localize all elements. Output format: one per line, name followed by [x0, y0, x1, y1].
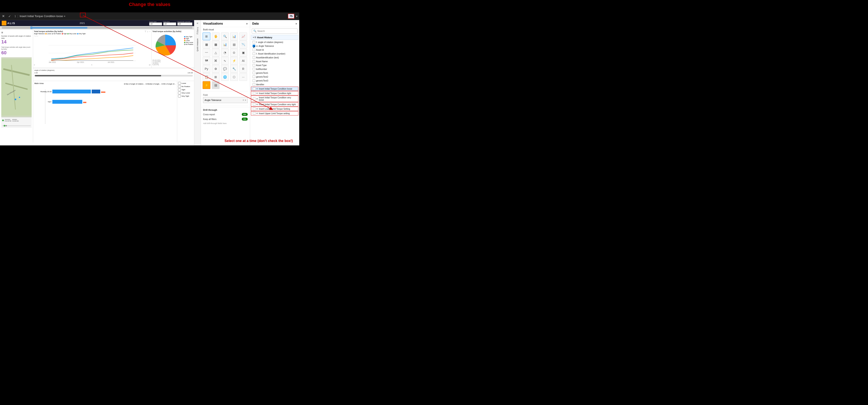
checkbox-7[interactable] [253, 68, 255, 70]
data-item-11[interactable]: Identifier [250, 83, 299, 86]
viz-icon-accent2[interactable]: ▤ [212, 81, 219, 89]
checkbox-15[interactable] [253, 103, 255, 106]
checkbox-1[interactable]: ✓ [253, 45, 255, 47]
viz-icon-table[interactable]: ⊞ [203, 32, 210, 40]
checkbox-4[interactable] [253, 56, 255, 59]
checkbox-3[interactable] [253, 52, 255, 55]
asset-type-filter-dropdown[interactable]: All [149, 23, 162, 25]
data-item-3[interactable]: Σ Asset Identification (number) [250, 52, 299, 56]
checkbox-0[interactable] [253, 41, 255, 44]
keep-filters-toggle[interactable]: On [242, 118, 248, 121]
viz-icon-scatter[interactable]: △ [212, 49, 219, 56]
viz-icon-card[interactable]: 🔍 [221, 32, 229, 40]
viz-icon-donut[interactable]: ⊙ [230, 49, 238, 56]
data-item-15[interactable]: ⊞ Insert Initial Torque Condition very t… [251, 102, 299, 107]
data-item-7[interactable]: boltNumber [250, 67, 299, 71]
data-item-2[interactable]: Asset Id [250, 48, 299, 52]
viz-icon-stack[interactable]: 📉 [239, 40, 247, 48]
data-panel-expand[interactable]: » [296, 22, 297, 25]
filter-icon[interactable]: ⊤ [145, 30, 147, 33]
field-dropdown-clear[interactable]: ✕ ▾ [242, 99, 246, 102]
more-icon[interactable]: ··· [149, 30, 151, 33]
viz-icon-area[interactable]: ▤ [230, 40, 238, 48]
checkbox-2[interactable] [253, 49, 255, 51]
hamburger-icon[interactable]: ≡ [1, 31, 32, 34]
filters-collapse-button[interactable]: « [197, 21, 198, 25]
data-item-14[interactable]: ⊞ Insert Initial Torque Condition very l… [251, 95, 299, 102]
formula-bar-expand-button[interactable]: ▾ [294, 15, 299, 18]
cb-verytight-input[interactable] [178, 95, 181, 97]
sort-icon[interactable]: ↕ [147, 30, 148, 33]
viz-expand-button[interactable]: » [246, 22, 248, 25]
data-item-0[interactable]: Σ angle of rotation (degrees) [250, 40, 299, 44]
pie-value-veryloose: 4 (6.67%) [152, 64, 193, 65]
formula-bar-value[interactable]: 75 [288, 14, 294, 19]
asset-history-header[interactable]: ▾ ⊞ Asset History [251, 35, 299, 40]
checkbox-10[interactable] [253, 79, 255, 82]
viz-icon-waterfall[interactable]: ∿ [221, 57, 229, 65]
checkbox-11[interactable] [253, 83, 255, 86]
cb-loose-input[interactable] [178, 82, 181, 85]
checkbox-16[interactable] [253, 108, 255, 110]
data-item-16[interactable]: ⊞ Insert Lower Limit Torque Setting [251, 107, 299, 111]
viz-icon-bar[interactable]: ▦ [203, 40, 210, 48]
viz-icon-custom4[interactable]: ⬡ [230, 73, 238, 81]
formula-bar-close-button[interactable]: ✕ [0, 14, 6, 18]
sub-area-filter-dropdown[interactable]: All [163, 23, 176, 25]
viz-icon-python[interactable]: Py [203, 65, 210, 73]
data-item-6[interactable]: Asset Type [250, 63, 299, 67]
cb-veryloose-input[interactable] [178, 91, 181, 94]
data-item-8[interactable]: genericText1 [250, 71, 299, 75]
data-item-10[interactable]: genericText3 [250, 79, 299, 83]
cross-report-toggle[interactable]: On [242, 113, 248, 116]
checkbox-17[interactable] [253, 112, 255, 115]
data-item-5[interactable]: Asset Name [250, 59, 299, 63]
slider-handle-left[interactable] [30, 27, 32, 29]
viz-icon-custom2[interactable]: 🔧 [230, 65, 238, 73]
viz-icon-pie[interactable]: ◔ [221, 49, 229, 56]
viz-icon-r[interactable]: ⚙ [212, 65, 219, 73]
viz-icon-globe[interactable]: 🌐 [221, 73, 229, 81]
viz-icon-gauge[interactable]: 📈 [239, 32, 247, 40]
cb-nofixation-input[interactable] [178, 85, 181, 88]
timeline-scrubber[interactable] [4, 125, 5, 126]
field-dropdown[interactable]: Angle Tolerance ✕ ▾ [203, 97, 248, 103]
data-item-4[interactable]: AssetIdentification (text) [250, 56, 299, 59]
checkbox-14[interactable] [253, 97, 255, 100]
viz-icon-ribbon[interactable]: 〰 [203, 49, 210, 56]
checkbox-8[interactable] [253, 71, 255, 74]
viz-icon-matrix[interactable]: 🖐 [212, 32, 219, 40]
checkbox-6[interactable] [253, 64, 255, 66]
work-order-filter-dropdown[interactable]: All [177, 23, 192, 25]
viz-icon-map[interactable]: 🗺 [203, 57, 210, 65]
checkbox-5[interactable] [253, 60, 255, 63]
data-item-12[interactable]: ⊞ Insert Initial Torque Condition loose [251, 87, 299, 91]
angle-chevron[interactable]: ▾ [192, 69, 193, 71]
formula-bar-check-button[interactable]: ✓ [6, 15, 13, 18]
viz-icon-ai[interactable]: Ai [239, 57, 247, 65]
viz-icon-col[interactable]: ▩ [212, 40, 219, 48]
viz-icon-shape[interactable]: ⊞ [212, 73, 219, 81]
data-item-9[interactable]: genericText2 [250, 75, 299, 79]
cb-tight-input[interactable] [178, 88, 181, 91]
data-item-1[interactable]: ✓ ⊞ Angle Tolerance [250, 44, 299, 48]
viz-icon-custom1[interactable]: 💬 [221, 65, 229, 73]
viz-icon-line[interactable]: 📊 [221, 40, 229, 48]
viz-icon-treemap[interactable]: ▣ [239, 49, 247, 56]
search-input[interactable] [257, 30, 296, 32]
viz-icon-slicer[interactable]: 📋 [203, 73, 210, 81]
angle-slider[interactable] [34, 75, 193, 77]
viz-icon-custom3[interactable]: R [239, 65, 247, 73]
checkbox-12[interactable] [253, 87, 255, 90]
checkbox-9[interactable] [253, 76, 255, 78]
torque-label: Total torque activities with angle data … [1, 47, 32, 50]
checkbox-13[interactable] [253, 92, 255, 94]
viz-icon-decomp[interactable]: ⚡ [230, 57, 238, 65]
viz-icon-accent1[interactable]: ⚡ [203, 81, 210, 89]
data-item-17[interactable]: ⊞ Insert Upper Limit Torque setting [251, 111, 299, 115]
viz-icon-kpi[interactable]: 📊 [230, 32, 238, 40]
data-item-13[interactable]: ⊞ Insert Initial Torque Condition tight [251, 91, 299, 95]
viz-icon-more[interactable]: ··· [239, 73, 247, 81]
viz-icon-funnel[interactable]: ⌘ [212, 57, 219, 65]
chart-expand-icon[interactable]: ↑↓↑↓ [34, 35, 38, 37]
